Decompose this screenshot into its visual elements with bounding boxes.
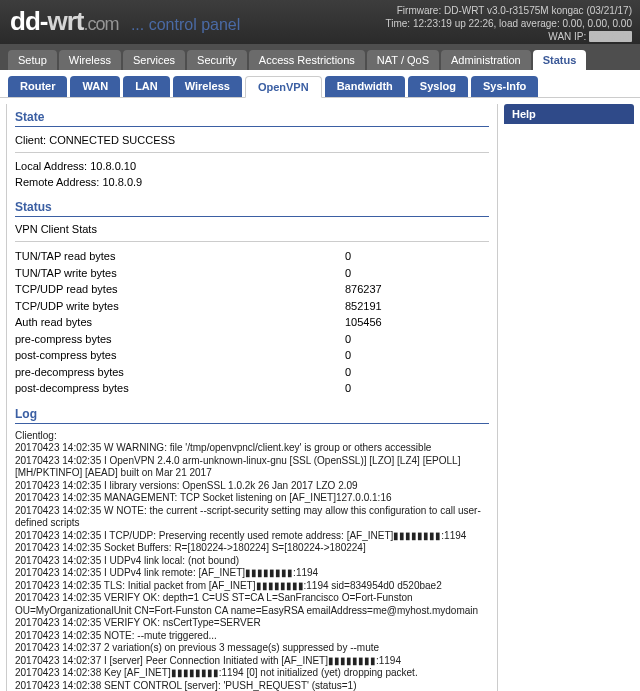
stat-row: TUN/TAP write bytes0 bbox=[15, 265, 489, 282]
stat-value: 0 bbox=[345, 380, 489, 397]
stat-row: TCP/UDP read bytes876237 bbox=[15, 281, 489, 298]
subtab-openvpn[interactable]: OpenVPN bbox=[245, 76, 322, 98]
subtab-lan[interactable]: LAN bbox=[123, 76, 170, 97]
stat-row: TCP/UDP write bytes852191 bbox=[15, 298, 489, 315]
stat-row: Auth read bytes105456 bbox=[15, 314, 489, 331]
stat-row: pre-decompress bytes0 bbox=[15, 364, 489, 381]
stat-value: 876237 bbox=[345, 281, 489, 298]
subtab-router[interactable]: Router bbox=[8, 76, 67, 97]
logo-com: com bbox=[87, 14, 118, 34]
stat-key: pre-compress bytes bbox=[15, 331, 345, 348]
help-box: Help bbox=[504, 104, 634, 124]
stat-key: TUN/TAP write bytes bbox=[15, 265, 345, 282]
section-status: Status VPN Client Stats TUN/TAP read byt… bbox=[15, 200, 489, 397]
status-rows: TUN/TAP read bytes0TUN/TAP write bytes0T… bbox=[15, 248, 489, 397]
stat-key: Auth read bytes bbox=[15, 314, 345, 331]
time-line: Time: 12:23:19 up 22:26, load average: 0… bbox=[386, 17, 632, 30]
divider bbox=[15, 152, 489, 153]
status-title: Status bbox=[15, 200, 489, 217]
section-state: State Client: CONNECTED SUCCESS Local Ad… bbox=[15, 110, 489, 190]
tab-wireless[interactable]: Wireless bbox=[59, 50, 121, 70]
wanip-line: WAN IP: 0000000 bbox=[386, 30, 632, 43]
tab-security[interactable]: Security bbox=[187, 50, 247, 70]
logo-mid: wrt bbox=[47, 6, 83, 36]
logo-pre: dd- bbox=[10, 6, 47, 36]
logo-cp: ... control panel bbox=[131, 16, 240, 33]
subtab-sys-info[interactable]: Sys-Info bbox=[471, 76, 538, 97]
stat-row: pre-compress bytes0 bbox=[15, 331, 489, 348]
help-title[interactable]: Help bbox=[504, 104, 634, 124]
stat-key: TUN/TAP read bytes bbox=[15, 248, 345, 265]
tab-services[interactable]: Services bbox=[123, 50, 185, 70]
stat-value: 0 bbox=[345, 331, 489, 348]
remote-address: Remote Address: 10.8.0.9 bbox=[15, 175, 489, 190]
main-tabs: SetupWirelessServicesSecurityAccess Rest… bbox=[0, 44, 640, 70]
subtab-wan[interactable]: WAN bbox=[70, 76, 120, 97]
stat-row: post-compress bytes0 bbox=[15, 347, 489, 364]
tab-status[interactable]: Status bbox=[533, 50, 587, 70]
content: State Client: CONNECTED SUCCESS Local Ad… bbox=[0, 98, 640, 691]
stat-value: 0 bbox=[345, 265, 489, 282]
tab-nat-qos[interactable]: NAT / QoS bbox=[367, 50, 439, 70]
stat-value: 105456 bbox=[345, 314, 489, 331]
stat-row: TUN/TAP read bytes0 bbox=[15, 248, 489, 265]
side-pane: Help bbox=[504, 104, 634, 691]
main-pane: State Client: CONNECTED SUCCESS Local Ad… bbox=[6, 104, 498, 691]
sub-tabs: RouterWANLANWirelessOpenVPNBandwidthSysl… bbox=[0, 70, 640, 98]
subtab-bandwidth[interactable]: Bandwidth bbox=[325, 76, 405, 97]
header-info: Firmware: DD-WRT v3.0-r31575M kongac (03… bbox=[386, 4, 632, 43]
client-state: Client: CONNECTED SUCCESS bbox=[15, 133, 489, 148]
local-address: Local Address: 10.8.0.10 bbox=[15, 159, 489, 174]
logo: dd-wrt.com ... control panel bbox=[10, 6, 240, 36]
status-subhead: VPN Client Stats bbox=[15, 223, 489, 235]
tab-administration[interactable]: Administration bbox=[441, 50, 531, 70]
stat-key: TCP/UDP read bytes bbox=[15, 281, 345, 298]
subtab-syslog[interactable]: Syslog bbox=[408, 76, 468, 97]
stat-value: 0 bbox=[345, 347, 489, 364]
stat-value: 852191 bbox=[345, 298, 489, 315]
firmware-line: Firmware: DD-WRT v3.0-r31575M kongac (03… bbox=[386, 4, 632, 17]
stat-value: 0 bbox=[345, 248, 489, 265]
subtab-wireless[interactable]: Wireless bbox=[173, 76, 242, 97]
state-title: State bbox=[15, 110, 489, 127]
header: dd-wrt.com ... control panel Firmware: D… bbox=[0, 0, 640, 44]
log-output: Clientlog: 20170423 14:02:35 W WARNING: … bbox=[15, 430, 489, 691]
stat-key: post-decompress bytes bbox=[15, 380, 345, 397]
stat-key: TCP/UDP write bytes bbox=[15, 298, 345, 315]
log-title: Log bbox=[15, 407, 489, 424]
stat-key: post-compress bytes bbox=[15, 347, 345, 364]
tab-setup[interactable]: Setup bbox=[8, 50, 57, 70]
tab-access-restrictions[interactable]: Access Restrictions bbox=[249, 50, 365, 70]
stat-value: 0 bbox=[345, 364, 489, 381]
divider bbox=[15, 241, 489, 242]
stat-row: post-decompress bytes0 bbox=[15, 380, 489, 397]
section-log: Log Clientlog: 20170423 14:02:35 W WARNI… bbox=[15, 407, 489, 691]
stat-key: pre-decompress bytes bbox=[15, 364, 345, 381]
